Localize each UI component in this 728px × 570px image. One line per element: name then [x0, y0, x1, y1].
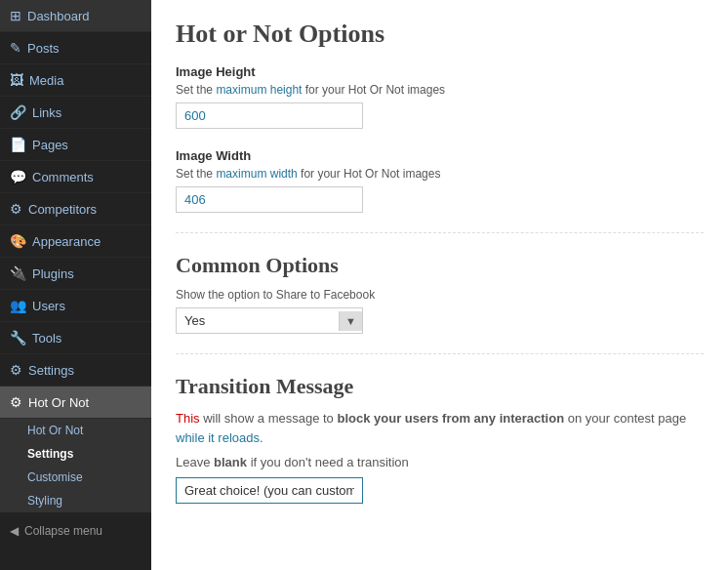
share-facebook-select[interactable]: Yes No — [177, 308, 339, 333]
sidebar-item-competitors[interactable]: ⚙ Competitors — [0, 193, 151, 225]
sidebar-subitem-hotornot[interactable]: Hot Or Not — [0, 419, 151, 442]
page-title: Hot or Not Options — [176, 20, 704, 49]
image-width-desc: Set the maximum width for your Hot Or No… — [176, 167, 704, 181]
main-content: Hot or Not Options Image Height Set the … — [151, 0, 728, 570]
media-icon: 🖼 — [10, 72, 23, 88]
collapse-menu-button[interactable]: ◀ Collapse menu — [0, 516, 151, 546]
transition-title: Transition Message — [176, 374, 704, 399]
sidebar-item-posts[interactable]: ✎ Posts — [0, 32, 151, 64]
share-facebook-select-wrapper[interactable]: Yes No ▼ — [176, 307, 363, 334]
image-width-group: Image Width Set the maximum width for yo… — [176, 148, 704, 213]
plugins-icon: 🔌 — [10, 265, 26, 281]
appearance-icon: 🎨 — [10, 233, 26, 249]
users-icon: 👥 — [10, 298, 26, 313]
share-facebook-label: Show the option to Share to Facebook — [176, 288, 704, 302]
sidebar-item-settings[interactable]: ⚙ Settings — [0, 354, 151, 387]
sidebar-item-hotornot[interactable]: ⚙ Hot Or Not — [0, 387, 151, 419]
sidebar-item-media[interactable]: 🖼 Media — [0, 64, 151, 97]
posts-icon: ✎ — [10, 40, 21, 56]
sidebar-subitem-customise[interactable]: Customise — [0, 466, 151, 489]
share-facebook-group: Show the option to Share to Facebook Yes… — [176, 288, 704, 334]
common-options-title: Common Options — [176, 253, 704, 278]
sidebar-item-links[interactable]: 🔗 Links — [0, 97, 151, 129]
image-width-input[interactable] — [176, 186, 363, 213]
transition-input[interactable] — [176, 477, 363, 504]
transition-note: Leave blank if you don't need a transiti… — [176, 455, 704, 469]
image-height-group: Image Height Set the maximum height for … — [176, 64, 704, 129]
transition-desc: This will show a message to block your u… — [176, 409, 704, 447]
image-height-input[interactable] — [176, 102, 363, 129]
dashboard-icon: ⊞ — [10, 8, 21, 23]
image-height-label: Image Height — [176, 64, 704, 79]
pages-icon: 📄 — [10, 137, 26, 152]
image-height-desc: Set the maximum height for your Hot Or N… — [176, 83, 704, 97]
divider-1 — [176, 232, 704, 233]
competitors-icon: ⚙ — [10, 201, 22, 217]
links-icon: 🔗 — [10, 104, 26, 120]
select-arrow-icon: ▼ — [339, 311, 362, 331]
collapse-icon: ◀ — [10, 524, 19, 538]
sidebar-subitem-settings[interactable]: Settings — [0, 442, 151, 466]
sidebar-item-dashboard[interactable]: ⊞ Dashboard — [0, 0, 151, 32]
settings-icon: ⚙ — [10, 362, 22, 378]
sidebar-item-comments[interactable]: 💬 Comments — [0, 161, 151, 193]
sidebar-item-appearance[interactable]: 🎨 Appearance — [0, 225, 151, 258]
sidebar: ⊞ Dashboard ✎ Posts 🖼 Media 🔗 Links 📄 Pa… — [0, 0, 151, 570]
hotornot-icon: ⚙ — [10, 394, 22, 410]
tools-icon: 🔧 — [10, 330, 26, 346]
sidebar-item-users[interactable]: 👥 Users — [0, 290, 151, 322]
sidebar-item-plugins[interactable]: 🔌 Plugins — [0, 258, 151, 290]
sidebar-subitem-styling[interactable]: Styling — [0, 489, 151, 512]
image-width-label: Image Width — [176, 148, 704, 163]
divider-2 — [176, 353, 704, 354]
comments-icon: 💬 — [10, 169, 26, 184]
sidebar-item-pages[interactable]: 📄 Pages — [0, 129, 151, 161]
sidebar-item-tools[interactable]: 🔧 Tools — [0, 322, 151, 354]
